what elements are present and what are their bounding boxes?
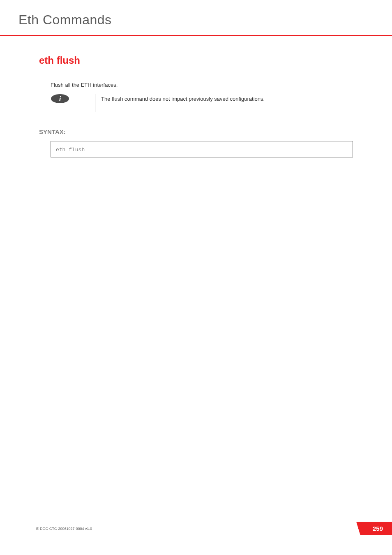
content-area: eth flush Flush all the ETH interfaces. … (0, 36, 392, 157)
syntax-label: SYNTAX: (39, 128, 353, 135)
svg-text:i: i (59, 95, 61, 103)
page-footer: E-DOC-CTC-20061027-0004 v1.0 259 (0, 522, 392, 535)
info-icon: i (51, 94, 69, 104)
info-text: The flush command does not impact previo… (101, 94, 265, 102)
doc-id: E-DOC-CTC-20061027-0004 v1.0 (36, 527, 92, 531)
page-number-box: 259 (360, 522, 392, 535)
info-divider (95, 94, 95, 112)
syntax-code: eth flush (56, 147, 85, 153)
page-number: 259 (373, 525, 383, 532)
info-block: i The flush command does not impact prev… (39, 94, 353, 112)
breadcrumb-title: Eth Commands (18, 12, 392, 28)
syntax-box: eth flush (51, 141, 353, 157)
command-description: Flush all the ETH interfaces. (39, 82, 353, 88)
command-title: eth flush (39, 55, 353, 66)
page-header: Eth Commands (0, 0, 392, 28)
